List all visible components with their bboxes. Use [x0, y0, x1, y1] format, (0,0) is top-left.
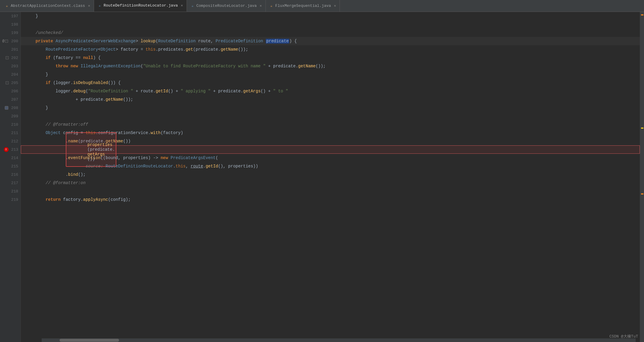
tab-close[interactable]: ✕ — [260, 4, 262, 8]
tab-close[interactable]: ✕ — [181, 3, 183, 8]
gutter-207: 207 — [0, 95, 21, 104]
code-text: } — [26, 72, 48, 77]
gutter-211: 211 — [0, 129, 21, 137]
code-text: (logger. — [53, 80, 73, 85]
tab-label: RouteDefinitionRouteLocator.java — [104, 3, 178, 8]
gutter-219: 219 — [0, 195, 21, 204]
code-text: (config); — [108, 197, 131, 202]
code-text: ) { — [93, 55, 101, 60]
method-isdebugenabled: isDebugEnabled — [73, 80, 108, 85]
gutter-213: ! 213 — [0, 145, 21, 154]
line-num-204: 204 — [9, 72, 18, 77]
code-text: (); — [78, 172, 85, 177]
gutter-200: @ - 200 — [0, 37, 21, 45]
code-line-205: if (logger. isDebugEnabled ()) { — [21, 79, 640, 87]
code-text: } — [26, 105, 48, 110]
method-getname: getName — [221, 47, 238, 52]
code-line-213: . properties (predicate. getArgs ()) — [21, 145, 640, 154]
code-line-217: // @formatter:on — [21, 179, 640, 187]
watermark: CSDN @大橡TuT — [609, 334, 638, 339]
code-text: < — [98, 47, 101, 52]
line-num-210: 210 — [9, 122, 18, 127]
code-text: factory. — [63, 197, 83, 202]
code-line-218 — [21, 187, 640, 195]
code-text: ( — [141, 64, 143, 69]
code-text: (predicate. — [193, 47, 221, 52]
type-object: Object — [101, 47, 115, 52]
tab-label: FluxMergeSequential.java — [275, 4, 331, 8]
gutter-212: 212 — [0, 137, 21, 145]
gutter-201: 201 — [0, 45, 21, 54]
gutter-198: 198 — [0, 20, 21, 29]
code-text: ) { — [289, 39, 297, 43]
str-applying: " applying " — [181, 89, 211, 94]
code-text: . — [87, 138, 90, 142]
code-text — [26, 114, 28, 119]
code-text: ( — [86, 89, 88, 94]
code-line-214: . eventFunction ((bound, properties) -> … — [21, 154, 640, 162]
java-icon: ☕ — [190, 4, 195, 8]
code-text: . — [173, 164, 176, 169]
code-text: , — [186, 164, 191, 169]
scrollbar-thumb-h[interactable] — [60, 339, 119, 342]
code-text: . — [26, 172, 68, 177]
code-text — [263, 39, 265, 43]
java-icon: ☕ — [98, 4, 102, 8]
code-text — [26, 147, 66, 152]
code-area[interactable]: } /unchecked/ private AsyncPredicate < S… — [21, 12, 640, 342]
tab-flux-merge[interactable]: ☕ FluxMergeSequential.java ✕ — [266, 0, 340, 12]
fold-icon-202[interactable]: - — [6, 56, 9, 59]
str-unable: "Unable to find RoutePredicateFactory wi… — [143, 64, 266, 69]
code-text: } — [26, 14, 38, 18]
method-getid: getId — [156, 89, 168, 94]
type-object2: Object — [46, 130, 60, 135]
line-num-218: 218 — [9, 189, 18, 194]
type-predicateevent: PredicateArgsEvent — [171, 156, 215, 160]
gutter-209: 209 — [0, 112, 21, 120]
kw-if2: if — [46, 80, 53, 85]
code-text: () + — [168, 89, 181, 94]
fold-icon-205[interactable]: - — [6, 81, 9, 84]
tab-route-locator[interactable]: ☕ RouteDefinitionRouteLocator.java ✕ — [94, 0, 187, 12]
tab-close[interactable]: ✕ — [334, 4, 336, 8]
code-line-206: logger. debug ( "RouteDefinition " + rou… — [21, 87, 640, 95]
horizontal-scrollbar[interactable] — [42, 338, 636, 342]
line-num-202: 202 — [9, 56, 18, 60]
code-line-204: } — [21, 70, 640, 79]
gutter-214: 214 — [0, 154, 21, 162]
code-line-199: /unchecked/ — [21, 29, 640, 37]
code-text: . — [203, 164, 206, 169]
error-mark-top — [641, 14, 643, 15]
keyword-private: private — [36, 39, 56, 43]
code-text: ()); — [238, 47, 248, 52]
code-line-200: private AsyncPredicate < ServerWebExchan… — [21, 37, 640, 45]
code-text: ()); — [123, 97, 133, 102]
line-num-201: 201 — [9, 47, 18, 52]
breakpoint-icon-213: ! — [4, 147, 9, 152]
highlighted-predicate: predicate — [266, 39, 290, 43]
right-scrollbar[interactable] — [640, 12, 644, 342]
code-text: > — [136, 39, 141, 43]
code-text: > factory = — [115, 47, 146, 52]
kw-null: null — [83, 55, 93, 60]
gutter-199: 199 — [0, 29, 21, 37]
tab-close[interactable]: ✕ — [88, 4, 90, 8]
tab-composite[interactable]: ☕ CompositeRouteLocator.java ✕ — [187, 0, 266, 12]
tab-abstract[interactable]: ☕ AbstractApplicationContext.class ✕ — [1, 0, 94, 12]
code-line-216: . bind (); — [21, 170, 640, 179]
line-num-214: 214 — [9, 156, 18, 160]
code-text: /unchecked/ — [26, 30, 63, 35]
code-line-203: throw new IllegalArgumentException ( "Un… — [21, 62, 640, 70]
fold-icon-200[interactable]: - — [5, 40, 8, 43]
gutter-217: 217 — [0, 179, 21, 187]
method-getid2: getId — [206, 164, 218, 169]
gutter-202: - 202 — [0, 54, 21, 62]
tab-bar: ☕ AbstractApplicationContext.class ✕ ☕ R… — [0, 0, 644, 12]
type-predicatedefinition: PredicateDefinition — [216, 39, 263, 43]
code-text: < — [90, 39, 93, 43]
code-text: . — [26, 156, 68, 160]
code-line-198 — [21, 20, 640, 29]
method-getname2: getName — [298, 64, 316, 69]
method-eventfunction: eventFunction — [68, 156, 101, 160]
str-to: " to " — [273, 89, 288, 94]
